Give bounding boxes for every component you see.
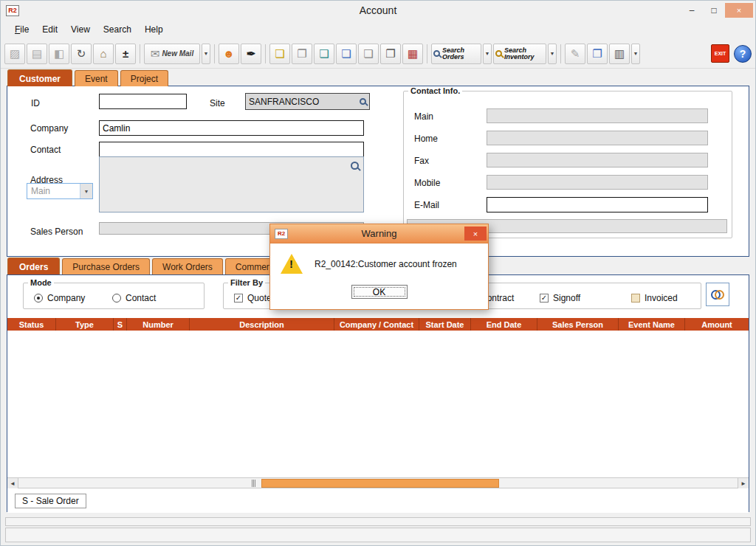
address-type-combo[interactable]: Main ▼ — [27, 183, 93, 199]
plus-minus-button[interactable]: ± — [115, 44, 136, 64]
sale-order-legend: S - Sale Order — [15, 494, 86, 508]
scroll-right-arrow[interactable]: ► — [738, 478, 749, 488]
new-mail-dropdown[interactable]: ▼ — [202, 44, 210, 64]
search-inventory-button[interactable]: SearchInventory — [493, 44, 546, 64]
column-header-start-date[interactable]: Start Date — [419, 318, 471, 331]
save-button[interactable]: ▤ — [27, 44, 47, 64]
main-phone-field[interactable] — [487, 108, 708, 123]
warning-dialog: R2 Warning × R2_00142:Customer account f… — [269, 224, 489, 310]
copy-document-button[interactable]: ❐ — [292, 44, 312, 64]
new-mail-label: New Mail — [162, 49, 193, 58]
contact-info-group: Contact Info. Main Home Fax Mobile E-Mai… — [403, 86, 732, 238]
horizontal-scrollbar[interactable]: ◄ ► — [7, 477, 749, 488]
search-orders-button[interactable]: SearchOrders — [431, 44, 481, 64]
tab-customer[interactable]: Customer — [7, 69, 72, 86]
contact-info-title: Contact Info. — [408, 86, 462, 95]
column-header-status[interactable]: Status — [7, 318, 56, 331]
email-field[interactable] — [487, 197, 708, 212]
scrollbar-splitter-grip[interactable] — [252, 480, 258, 487]
copy-pages-button[interactable]: ❐ — [587, 44, 608, 64]
column-header-company-contact[interactable]: Company / Contact — [334, 318, 419, 331]
copy-document-icon: ❐ — [297, 48, 306, 59]
tab-project[interactable]: Project — [120, 70, 168, 86]
blank-document-button[interactable]: ❏ — [358, 44, 379, 64]
mode-company-radio[interactable]: Company — [34, 293, 85, 303]
link-button[interactable]: ◧ — [49, 44, 69, 64]
dialog-close-button[interactable]: × — [464, 227, 487, 241]
tab-event[interactable]: Event — [75, 70, 118, 86]
site-label: Site — [210, 98, 225, 108]
minimize-button[interactable]: – — [681, 3, 703, 18]
site-search-icon[interactable] — [360, 98, 366, 105]
search-orders-dropdown[interactable]: ▼ — [483, 44, 492, 64]
ok-button[interactable]: OK — [351, 285, 408, 299]
contact-label: Contact — [30, 145, 61, 155]
refresh-icon: ↻ — [77, 48, 86, 59]
address-box[interactable] — [99, 156, 364, 212]
scroll-left-arrow[interactable]: ◄ — [7, 478, 18, 488]
mobile-field[interactable] — [487, 175, 708, 190]
contact-input[interactable] — [99, 142, 364, 157]
id-input[interactable] — [99, 94, 187, 109]
tab-orders[interactable]: Orders — [7, 258, 60, 274]
column-header-type[interactable]: Type — [56, 318, 114, 331]
column-header-amount[interactable]: Amount — [685, 318, 749, 331]
new-mail-button[interactable]: ✉ New Mail — [144, 44, 200, 64]
print-dropdown[interactable]: ▼ — [631, 44, 640, 64]
column-header-end-date[interactable]: End Date — [471, 318, 537, 331]
tab-work-orders[interactable]: Work Orders — [152, 258, 223, 274]
html-document-button[interactable]: ❏ — [314, 44, 334, 64]
menu-edit[interactable]: Edit — [35, 22, 64, 37]
help-button[interactable]: ? — [734, 45, 752, 63]
orders-table-header: Status Type S Number Description Company… — [7, 318, 749, 331]
new-document-button[interactable]: ❏ — [336, 44, 357, 64]
orders-table-body[interactable] — [7, 331, 749, 477]
site-button[interactable]: ⌂ — [93, 44, 114, 64]
tab-purchase-orders[interactable]: Purchase Orders — [62, 258, 150, 274]
invoiced-checkbox[interactable]: Invoiced — [631, 293, 678, 303]
column-header-sales-person[interactable]: Sales Person — [537, 318, 619, 331]
menu-search[interactable]: Search — [97, 22, 138, 37]
signoff-checkbox[interactable]: Signoff — [540, 293, 580, 303]
site-value: SANFRANCISCO — [249, 97, 319, 107]
site-field[interactable]: SANFRANCISCO — [245, 93, 370, 110]
plus-minus-icon: ± — [123, 48, 128, 59]
print-icon: ▥ — [614, 48, 625, 59]
print-button[interactable]: ▥ — [609, 44, 630, 64]
column-header-number[interactable]: Number — [127, 318, 190, 331]
documents-stack-button[interactable]: ❐ — [380, 44, 401, 64]
mode-contact-radio[interactable]: Contact — [112, 293, 156, 303]
report-button[interactable]: ▦ — [402, 44, 423, 64]
quote-checkbox[interactable]: Quote — [234, 293, 272, 303]
signature-button[interactable]: ✒ — [241, 44, 261, 64]
clear-button[interactable]: ▨ — [4, 44, 25, 64]
find-records-button[interactable] — [706, 283, 729, 306]
save-icon: ▤ — [32, 48, 42, 59]
refresh-button[interactable]: ↻ — [71, 44, 92, 64]
scrollbar-thumb[interactable] — [261, 479, 499, 488]
mode-company-label: Company — [47, 293, 85, 303]
column-header-event-name[interactable]: Event Name — [619, 318, 685, 331]
close-button[interactable]: × — [725, 3, 753, 18]
fax-field[interactable] — [487, 153, 708, 167]
window-title: Account — [1, 4, 755, 16]
exit-button[interactable]: EXIT — [711, 44, 729, 63]
address-search-icon[interactable] — [351, 162, 359, 170]
search-inventory-dropdown[interactable]: ▼ — [548, 44, 557, 64]
maximize-button[interactable]: □ — [703, 3, 725, 18]
chevron-down-icon[interactable]: ▼ — [80, 184, 92, 198]
menu-view[interactable]: View — [64, 22, 97, 37]
menu-file[interactable]: File — [8, 22, 35, 37]
edit-document-button[interactable]: ✎ — [565, 44, 585, 64]
email-label: E-Mail — [414, 200, 439, 210]
contacts-button[interactable]: ☻ — [219, 44, 239, 64]
dialog-title: Warning — [270, 228, 488, 239]
menu-help[interactable]: Help — [138, 22, 170, 37]
column-header-s[interactable]: S — [114, 318, 127, 331]
company-input[interactable] — [99, 120, 364, 136]
column-header-description[interactable]: Description — [190, 318, 334, 331]
mode-group: Mode Company Contact — [23, 278, 205, 309]
home-phone-field[interactable] — [487, 131, 708, 145]
fax-label: Fax — [414, 156, 429, 166]
goto-document-button[interactable]: ❏ — [269, 44, 290, 64]
